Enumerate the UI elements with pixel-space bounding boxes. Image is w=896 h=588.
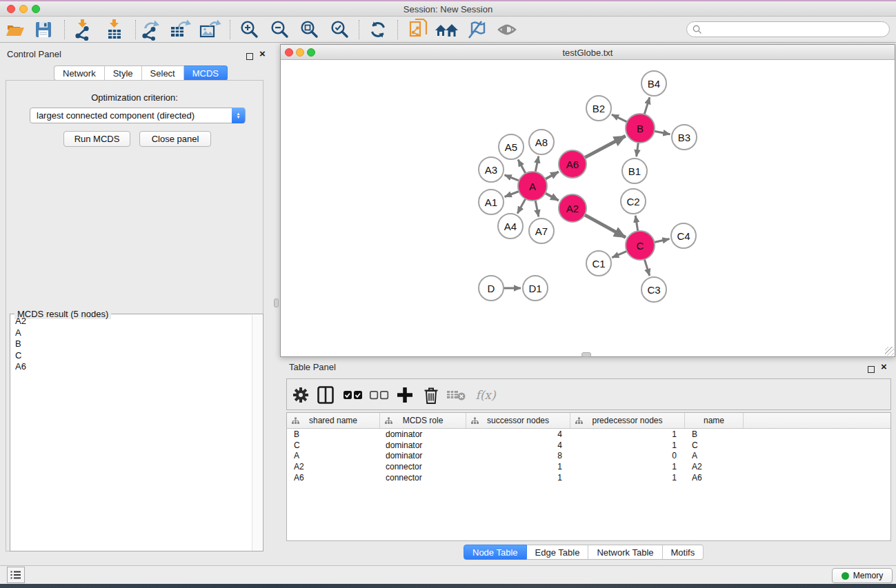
window-resize-grip[interactable] <box>885 347 894 356</box>
column-header-MCDS-role[interactable]: MCDS role <box>380 413 466 428</box>
delete-column-button[interactable] <box>419 383 443 407</box>
control-panel-close-button[interactable]: × <box>259 50 266 57</box>
export-table-button[interactable] <box>168 18 192 41</box>
table-cell[interactable]: 4 <box>466 429 570 440</box>
save-session-button[interactable] <box>31 18 56 41</box>
memory-button[interactable]: Memory <box>832 568 893 583</box>
table-cell[interactable]: dominator <box>380 429 466 440</box>
table-cell[interactable]: C <box>287 440 380 452</box>
result-list-scrollbar[interactable] <box>252 315 262 551</box>
network-graph[interactable]: ABCA6A2A1A3A4A5A7A8B1B2B3B4C1C2C3C4DD1 <box>281 60 895 356</box>
table-cell[interactable]: 8 <box>466 451 570 462</box>
table-row[interactable]: A6connector11A6 <box>287 473 890 484</box>
tab-node-table[interactable]: Node Table <box>464 545 527 560</box>
table-cell[interactable]: 1 <box>570 473 685 484</box>
tab-select[interactable]: Select <box>142 65 184 81</box>
mcds-result-item[interactable]: B <box>10 338 253 350</box>
refresh-layout-button[interactable] <box>366 18 390 41</box>
criterion-dropdown[interactable]: largest connected component (directed) ▲… <box>30 108 246 123</box>
deselect-all-rows-button[interactable] <box>368 383 391 407</box>
import-network-button[interactable] <box>70 18 95 41</box>
graph-edge-B-B3[interactable] <box>655 131 670 134</box>
column-header-name[interactable]: name <box>685 413 744 428</box>
graph-edge-C-C3[interactable] <box>644 259 649 276</box>
table-cell[interactable]: dominator <box>380 451 466 462</box>
graph-edge-A2-C[interactable] <box>585 215 626 238</box>
table-cell[interactable]: 1 <box>570 462 685 473</box>
desktop-horizontal-scrollbar-thumb[interactable] <box>581 352 591 357</box>
graph-edge-C-C2[interactable] <box>635 216 638 232</box>
table-cell[interactable]: A <box>287 451 380 462</box>
graph-edge-A-A4[interactable] <box>517 199 526 213</box>
table-cell[interactable]: A6 <box>287 473 380 484</box>
graph-edge-B-B2[interactable] <box>612 114 627 122</box>
table-cell[interactable]: 1 <box>466 462 570 473</box>
table-cell[interactable]: connector <box>380 473 466 484</box>
table-cell[interactable]: B <box>287 429 380 440</box>
table-cell[interactable]: 1 <box>466 473 570 484</box>
column-header-successor-nodes[interactable]: successor nodes <box>466 413 570 428</box>
table-row[interactable]: A2connector11A2 <box>287 462 890 473</box>
network-canvas[interactable]: ABCA6A2A1A3A4A5A7A8B1B2B3B4C1C2C3C4DD1 <box>281 60 895 356</box>
graph-edge-B-B4[interactable] <box>644 97 650 114</box>
graph-edge-C-C1[interactable] <box>612 251 626 257</box>
tab-edge-table[interactable]: Edge Table <box>527 545 589 560</box>
graph-edge-A-A2[interactable] <box>545 193 558 201</box>
graph-edge-A-A3[interactable] <box>504 175 519 181</box>
table-cell[interactable]: A <box>685 451 744 462</box>
hide-details-button[interactable] <box>464 18 488 41</box>
control-panel-float-button[interactable] <box>246 50 253 63</box>
graph-edge-A-A7[interactable] <box>535 201 539 217</box>
zoom-in-button[interactable] <box>237 18 261 41</box>
table-cell[interactable]: connector <box>380 462 466 473</box>
table-cell[interactable]: 1 <box>570 440 685 452</box>
export-image-button[interactable] <box>197 18 222 41</box>
mcds-result-item[interactable]: A6 <box>10 361 253 373</box>
graph-edge-A6-B[interactable] <box>585 136 626 157</box>
table-row[interactable]: Cdominator41C <box>287 440 890 452</box>
table-cell[interactable]: A6 <box>685 473 744 484</box>
table-cell[interactable]: 1 <box>570 429 685 440</box>
close-panel-button[interactable]: Close panel <box>139 131 211 147</box>
tab-style[interactable]: Style <box>105 65 142 81</box>
function-builder-button[interactable]: f(x) <box>470 383 501 407</box>
tab-network-table[interactable]: Network Table <box>588 545 662 560</box>
table-cell[interactable]: A2 <box>287 462 380 473</box>
table-cell[interactable]: A2 <box>685 462 744 473</box>
graph-edge-A-A1[interactable] <box>505 192 519 197</box>
graph-edge-A-A5[interactable] <box>518 159 526 173</box>
tab-mcds[interactable]: MCDS <box>184 65 228 81</box>
tab-network[interactable]: Network <box>54 65 105 81</box>
search-input[interactable] <box>706 25 889 34</box>
import-table-button[interactable] <box>102 18 127 41</box>
mcds-result-item[interactable]: A2 <box>10 316 253 327</box>
graph-edge-A-A6[interactable] <box>545 172 558 179</box>
tab-motifs[interactable]: Motifs <box>663 545 704 560</box>
new-network-from-selection-button[interactable] <box>406 18 431 41</box>
export-network-button[interactable] <box>138 18 163 41</box>
settings-gear-button[interactable] <box>289 383 312 407</box>
zoom-out-button[interactable] <box>267 18 292 41</box>
zoom-fit-button[interactable] <box>297 18 321 41</box>
table-panel-float-button[interactable] <box>868 363 875 376</box>
delete-table-button[interactable] <box>445 383 468 407</box>
table-cell[interactable]: B <box>685 429 744 440</box>
search-field[interactable] <box>686 21 890 37</box>
table-panel-close-button[interactable]: × <box>881 363 887 370</box>
column-header-shared-name[interactable]: shared name <box>287 413 380 428</box>
add-column-button[interactable] <box>393 383 417 407</box>
task-history-button[interactable] <box>7 567 25 583</box>
graph-edge-B-B1[interactable] <box>637 143 639 156</box>
column-header-predecessor-nodes[interactable]: predecessor nodes <box>570 413 685 428</box>
toggle-column-view-button[interactable] <box>314 383 337 407</box>
graph-edge-C-C4[interactable] <box>654 239 669 243</box>
table-cell[interactable]: dominator <box>380 440 466 452</box>
table-cell[interactable]: 0 <box>570 451 685 462</box>
table-row[interactable]: Adominator80A <box>287 451 890 462</box>
select-all-rows-button[interactable] <box>341 383 365 407</box>
home-view-button[interactable] <box>434 18 459 41</box>
table-cell[interactable]: C <box>685 440 744 452</box>
mcds-result-item[interactable]: C <box>10 350 253 362</box>
desktop-vertical-scrollbar-thumb[interactable] <box>274 298 279 307</box>
run-mcds-button[interactable]: Run MCDS <box>63 131 130 147</box>
